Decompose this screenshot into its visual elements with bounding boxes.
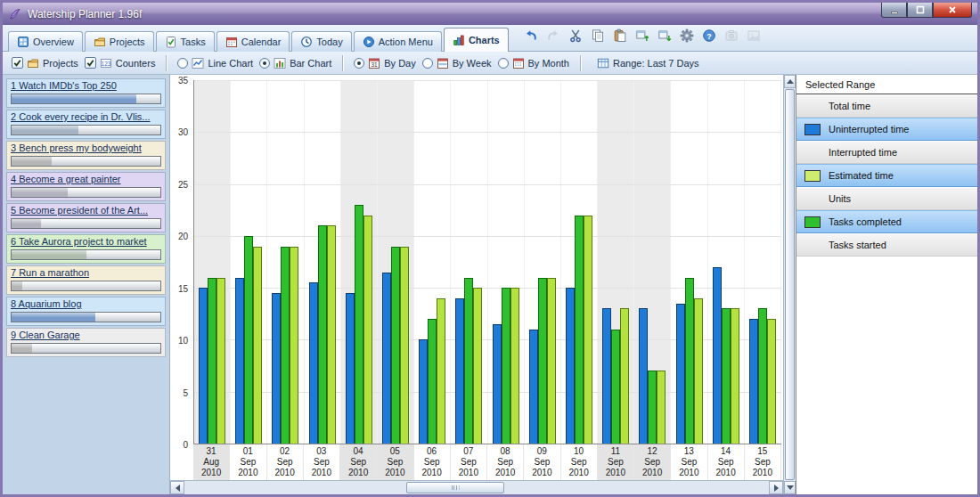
bar-uninterrupted-time[interactable] xyxy=(529,330,538,444)
tab-charts[interactable]: Charts xyxy=(444,28,509,52)
undo-button[interactable] xyxy=(521,28,542,47)
line-chart-radio[interactable] xyxy=(177,58,188,69)
bar-uninterrupted-time[interactable] xyxy=(602,308,611,444)
bar-tasks-completed[interactable] xyxy=(391,247,400,444)
project-label[interactable]: 2 Cook every recipe in Dr. Vlis... xyxy=(11,111,161,125)
bar-estimated-time[interactable] xyxy=(657,371,666,444)
tab-tasks[interactable]: Tasks xyxy=(156,31,215,52)
bar-uninterrupted-time[interactable] xyxy=(272,293,281,444)
bar-tasks-completed[interactable] xyxy=(464,278,473,444)
copy-button[interactable] xyxy=(588,28,608,47)
tab-projects[interactable]: Projects xyxy=(85,31,154,52)
bar-uninterrupted-time[interactable] xyxy=(566,288,575,444)
project-label[interactable]: 6 Take Aurora project to market xyxy=(11,236,161,249)
help-button[interactable]: ? xyxy=(699,28,720,47)
bar-chart-option[interactable]: Bar Chart xyxy=(259,57,331,69)
bar-uninterrupted-time[interactable] xyxy=(419,339,428,444)
legend-item-estimated-time[interactable]: Estimated time xyxy=(796,164,977,187)
send-report-button[interactable] xyxy=(633,28,653,47)
bar-tasks-completed[interactable] xyxy=(502,288,510,444)
by-day-option[interactable]: 31By Day xyxy=(354,57,415,69)
bar-uninterrupted-time[interactable] xyxy=(713,267,722,444)
bar-chart-radio[interactable] xyxy=(259,58,270,69)
project-item[interactable]: 2 Cook every recipe in Dr. Vlis... xyxy=(6,110,166,139)
by-day-radio[interactable] xyxy=(354,58,364,69)
project-label[interactable]: 4 Become a great painter xyxy=(11,174,161,187)
projects-checkbox[interactable] xyxy=(12,57,23,69)
bar-uninterrupted-time[interactable] xyxy=(346,293,355,444)
bar-tasks-completed[interactable] xyxy=(648,371,657,444)
cut-button[interactable] xyxy=(566,28,586,47)
bar-tasks-completed[interactable] xyxy=(611,330,620,444)
bar-tasks-completed[interactable] xyxy=(208,278,216,444)
bar-tasks-completed[interactable] xyxy=(575,216,584,444)
bar-tasks-completed[interactable] xyxy=(428,319,437,444)
project-item[interactable]: 6 Take Aurora project to market xyxy=(6,234,166,264)
project-item[interactable]: 5 Become president of the Art... xyxy=(6,203,166,232)
bar-tasks-completed[interactable] xyxy=(318,225,327,444)
bar-estimated-time[interactable] xyxy=(363,216,372,444)
project-item[interactable]: 3 Bench press my bodyweight xyxy=(6,141,166,170)
legend-item-units[interactable]: Units xyxy=(796,187,977,210)
by-month-radio[interactable] xyxy=(498,58,509,69)
bar-tasks-completed[interactable] xyxy=(538,278,547,444)
bar-estimated-time[interactable] xyxy=(327,225,336,444)
tab-overview[interactable]: Overview xyxy=(8,31,83,52)
bar-uninterrupted-time[interactable] xyxy=(493,324,502,444)
line-chart-option[interactable]: Line Chart xyxy=(177,57,253,69)
horizontal-scrollbar[interactable] xyxy=(170,480,783,494)
bar-estimated-time[interactable] xyxy=(620,308,629,444)
scroll-left-button[interactable] xyxy=(170,481,184,494)
bar-tasks-completed[interactable] xyxy=(244,236,253,444)
bar-estimated-time[interactable] xyxy=(290,247,298,444)
counters-checkbox[interactable] xyxy=(85,57,96,69)
bar-uninterrupted-time[interactable] xyxy=(382,273,391,444)
project-label[interactable]: 5 Become president of the Art... xyxy=(11,205,161,218)
bar-estimated-time[interactable] xyxy=(400,247,409,444)
project-label[interactable]: 8 Aquarium blog xyxy=(11,298,161,312)
bar-estimated-time[interactable] xyxy=(216,278,225,444)
legend-item-tasks-completed[interactable]: Tasks completed xyxy=(796,210,977,233)
bar-estimated-time[interactable] xyxy=(767,319,776,444)
bar-estimated-time[interactable] xyxy=(584,216,592,444)
legend-item-tasks-started[interactable]: Tasks started xyxy=(796,233,977,257)
bar-uninterrupted-time[interactable] xyxy=(639,308,648,444)
horizontal-scroll-thumb[interactable] xyxy=(406,482,504,493)
bar-estimated-time[interactable] xyxy=(253,247,262,444)
bar-uninterrupted-time[interactable] xyxy=(199,288,208,444)
bar-estimated-time[interactable] xyxy=(437,298,445,444)
bar-estimated-time[interactable] xyxy=(694,298,703,444)
bar-estimated-time[interactable] xyxy=(510,288,519,444)
by-month-option[interactable]: By Month xyxy=(498,57,569,69)
counters-filter[interactable]: 123Counters xyxy=(85,57,156,69)
close-button[interactable] xyxy=(933,3,972,18)
bar-tasks-completed[interactable] xyxy=(355,205,363,444)
bar-uninterrupted-time[interactable] xyxy=(309,282,318,444)
project-item[interactable]: 1 Watch IMDb's Top 250 xyxy=(6,78,166,108)
scroll-up-button[interactable] xyxy=(784,75,796,88)
project-item[interactable]: 7 Run a marathon xyxy=(6,265,166,295)
project-label[interactable]: 3 Bench press my bodyweight xyxy=(11,143,161,156)
project-item[interactable]: 9 Clean Garage xyxy=(6,328,166,357)
legend-item-total-time[interactable]: Total time xyxy=(796,94,977,118)
project-item[interactable]: 8 Aquarium blog xyxy=(6,297,166,326)
bar-estimated-time[interactable] xyxy=(473,288,482,444)
bar-uninterrupted-time[interactable] xyxy=(455,298,464,444)
bar-estimated-time[interactable] xyxy=(547,278,556,444)
scroll-right-button[interactable] xyxy=(769,481,783,494)
receive-report-button[interactable] xyxy=(655,28,675,47)
tab-calendar[interactable]: Calendar xyxy=(216,31,290,52)
project-label[interactable]: 9 Clean Garage xyxy=(11,330,161,343)
bar-tasks-completed[interactable] xyxy=(722,308,731,444)
bar-tasks-completed[interactable] xyxy=(685,278,694,444)
project-item[interactable]: 4 Become a great painter xyxy=(6,172,166,201)
bar-tasks-completed[interactable] xyxy=(758,308,767,444)
bar-uninterrupted-time[interactable] xyxy=(749,319,758,444)
by-week-option[interactable]: By Week xyxy=(422,57,492,69)
vertical-scroll-track[interactable] xyxy=(784,88,796,481)
project-label[interactable]: 1 Watch IMDb's Top 250 xyxy=(11,80,161,94)
legend-item-uninterrupted-time[interactable]: Uninterrupted time xyxy=(796,118,977,141)
paste-button[interactable] xyxy=(610,28,631,47)
projects-filter[interactable]: Projects xyxy=(12,57,78,69)
bar-uninterrupted-time[interactable] xyxy=(235,278,244,444)
